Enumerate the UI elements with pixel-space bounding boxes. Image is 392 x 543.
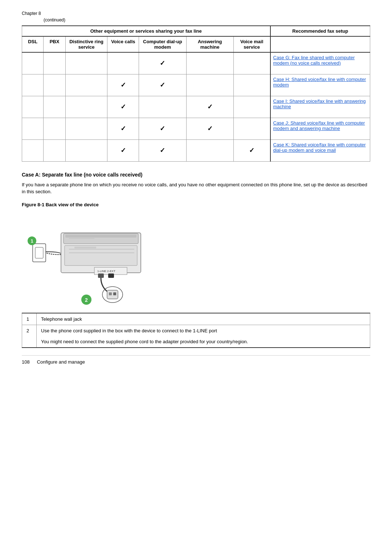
svg-text:1: 1 [30,238,33,244]
svg-rect-13 [108,273,114,278]
legend-row-1: 1 Telephone wall jack [22,313,370,325]
col-pbx: PBX [44,36,65,52]
table-row: ✓✓Case H: Shared voice/fax line with com… [22,74,370,96]
table-row: ✓✓✓Case J: Shared voice/fax line with co… [22,118,370,139]
footer-section: Configure and manage [37,359,85,365]
figure-area: 1 1-LINE 2-EXT 2 [22,211,160,305]
case-a-heading: Case A: Separate fax line (no voice call… [22,172,370,178]
col-computer: Computer dial-up modem [139,36,186,52]
table-row: ✓✓✓Case K: Shared voice/fax line with co… [22,139,370,161]
col-distinct: Distinct­ive ring service [65,36,107,52]
legend-num-1: 1 [22,313,37,325]
case-link[interactable]: Case J: Shared voice/fax line with compu… [270,118,370,139]
table-header-right: Recommended fax setup [270,26,370,36]
table-row: ✓✓Case I: Shared voice/fax line with ans… [22,96,370,118]
footer-page: 108 [22,359,30,365]
svg-text:2: 2 [85,297,88,303]
svg-text:1-LINE  2-EXT: 1-LINE 2-EXT [97,270,115,273]
legend-num-2: 2 [22,325,37,348]
legend-text-2: Use the phone cord supplied in the box w… [37,325,370,348]
svg-rect-12 [98,273,104,278]
continued-label: (continued) [22,17,370,23]
svg-rect-7 [65,246,137,266]
col-answering: Answering machine [186,36,233,52]
case-link[interactable]: Case H: Shared voice/fax line with compu… [270,74,370,96]
svg-rect-21 [74,247,96,248]
chapter-label: Chapter 8 [22,11,370,16]
col-dsl: DSL [22,36,44,52]
fax-setup-table: Other equipment or services sharing your… [22,25,370,162]
svg-rect-15 [107,290,118,299]
case-link[interactable]: Case G: Fax line shared with computer mo… [270,52,370,74]
legend-text-1: Telephone wall jack [37,313,370,325]
table-row: ✓Case G: Fax line shared with computer m… [22,52,370,74]
footer: 108 Configure and manage [22,355,370,365]
col-voicemail: Voice mail service [233,36,270,52]
svg-rect-1 [35,247,43,258]
col-recommended [270,36,370,52]
table-header-left: Other equipment or services sharing your… [22,26,270,36]
legend-table: 1 Telephone wall jack 2 Use the phone co… [22,313,370,348]
figure-caption: Figure 8-1 Back view of the device [22,202,370,207]
svg-rect-6 [65,235,136,238]
case-link[interactable]: Case I: Shared voice/fax line with answe… [270,96,370,118]
col-voice-calls: Voice calls [107,36,139,52]
svg-rect-16 [109,292,112,295]
case-a-body: If you have a separate phone line on whi… [22,181,370,195]
legend-row-2: 2 Use the phone cord supplied in the box… [22,325,370,348]
case-link[interactable]: Case K: Shared voice/fax line with compu… [270,139,370,161]
svg-rect-17 [113,292,116,295]
